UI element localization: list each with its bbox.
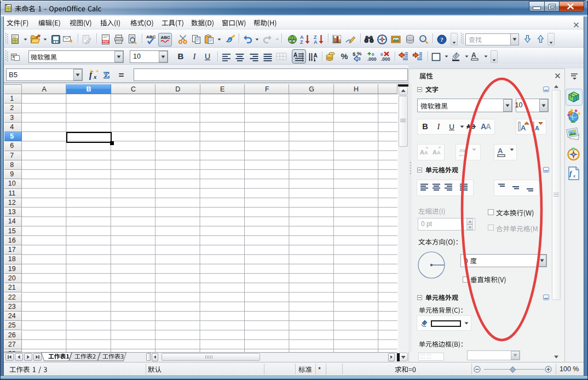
svg-text:AV: AV	[459, 148, 466, 153]
svg-text:%: %	[357, 51, 362, 56]
svg-text:N: N	[573, 148, 575, 151]
svg-text:A: A	[424, 150, 428, 156]
svg-text:ABC: ABC	[160, 35, 170, 40]
svg-text:x: x	[573, 173, 575, 179]
svg-text:A: A	[314, 39, 318, 45]
svg-text:=: =	[119, 70, 124, 80]
svg-text:A: A	[314, 53, 318, 59]
svg-text:Z: Z	[314, 34, 317, 40]
svg-text:.000: .000	[381, 56, 390, 62]
svg-text:A: A	[293, 52, 297, 58]
svg-text:Z: Z	[300, 39, 303, 45]
svg-text:A: A	[437, 150, 441, 156]
svg-text:x: x	[93, 73, 97, 80]
svg-text:A: A	[471, 51, 476, 59]
svg-text:$: $	[353, 51, 356, 57]
svg-text:A: A	[420, 149, 424, 156]
svg-text:.000: .000	[367, 56, 377, 62]
svg-text:A: A	[433, 149, 437, 156]
svg-text:A: A	[498, 147, 503, 155]
svg-text:A: A	[300, 34, 304, 40]
svg-text:Σ: Σ	[103, 70, 109, 80]
svg-text:PDF: PDF	[103, 40, 109, 43]
svg-text:A: A	[486, 122, 491, 131]
svg-text:A: A	[521, 124, 526, 132]
svg-text:ABC: ABC	[146, 34, 156, 39]
svg-text:?: ?	[440, 36, 443, 43]
svg-text:A: A	[535, 125, 539, 131]
